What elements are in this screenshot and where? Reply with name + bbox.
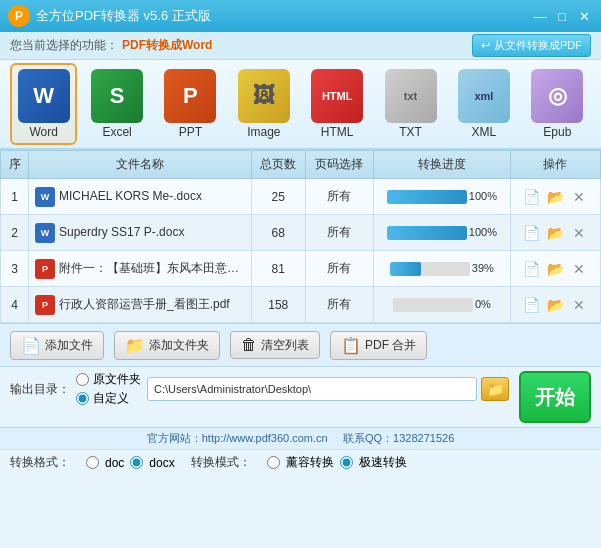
tool-image-label: Image xyxy=(247,125,280,139)
output-radios: 原文件夹 自定义 xyxy=(76,371,141,407)
row-1-delete-row-icon[interactable]: ✕ xyxy=(569,223,589,243)
col-header-2: 总页数 xyxy=(251,151,306,179)
maximize-button[interactable]: □ xyxy=(553,7,571,25)
clear-list-button[interactable]: 🗑清空列表 xyxy=(230,331,320,359)
row-0-filename: WMICHAEL KORS Me-.docx xyxy=(29,179,252,215)
row-1-open-file-icon[interactable]: 📄 xyxy=(521,223,541,243)
convert-arrow-icon: ↩ xyxy=(481,39,490,52)
merge-pdf-button-icon: 📋 xyxy=(341,336,361,355)
add-folder-button-label: 添加文件夹 xyxy=(149,337,209,354)
add-folder-button[interactable]: 📁添加文件夹 xyxy=(114,331,220,360)
row-0-open-folder-icon[interactable]: 📂 xyxy=(545,187,565,207)
window-controls: — □ ✕ xyxy=(531,7,593,25)
table-body: 1WMICHAEL KORS Me-.docx25所有100%📄📂✕2WSupe… xyxy=(1,179,601,323)
row-0-actions: 📄📂✕ xyxy=(510,179,600,215)
row-2-progress: 39% xyxy=(373,251,510,287)
minimize-button[interactable]: — xyxy=(531,7,549,25)
format-doc-label: doc xyxy=(105,456,124,470)
menu-bar: 您当前选择的功能： PDF转换成Word ↩ 从文件转换成PDF xyxy=(0,32,601,60)
clear-list-button-icon: 🗑 xyxy=(241,336,257,354)
tool-image[interactable]: 🖼Image xyxy=(230,63,297,145)
row-1-progress: 100% xyxy=(373,215,510,251)
merge-pdf-button[interactable]: 📋PDF 合并 xyxy=(330,331,427,360)
tool-txt-label: TXT xyxy=(399,125,422,139)
radio-custom-folder[interactable] xyxy=(76,392,89,405)
tool-ppt[interactable]: PPPT xyxy=(157,63,224,145)
title-bar: P 全方位PDF转换器 v5.6 正式版 — □ ✕ xyxy=(0,0,601,32)
add-file-button-icon: 📄 xyxy=(21,336,41,355)
row-3-open-folder-icon[interactable]: 📂 xyxy=(545,295,565,315)
row-2-pages: 81 xyxy=(251,251,306,287)
row-3-pages: 158 xyxy=(251,287,306,323)
row-3-filename: P行政人资部运营手册_看图王.pdf xyxy=(29,287,252,323)
tool-txt-icon: txt xyxy=(385,69,437,123)
row-2-delete-row-icon[interactable]: ✕ xyxy=(569,259,589,279)
clear-list-button-label: 清空列表 xyxy=(261,337,309,354)
tool-xml-label: XML xyxy=(472,125,497,139)
close-button[interactable]: ✕ xyxy=(575,7,593,25)
table-row: 2WSuperdry SS17 P-.docx68所有100%📄📂✕ xyxy=(1,215,601,251)
col-header-3: 页码选择 xyxy=(306,151,374,179)
radio-original-label: 原文件夹 xyxy=(93,371,141,388)
table-row: 4P行政人资部运营手册_看图王.pdf158所有0%📄📂✕ xyxy=(1,287,601,323)
row-3-progress: 0% xyxy=(373,287,510,323)
row-1-page-range: 所有 xyxy=(306,215,374,251)
tool-txt[interactable]: txtTXT xyxy=(377,63,444,145)
radio-mode-compat[interactable] xyxy=(267,456,280,469)
row-3-delete-row-icon[interactable]: ✕ xyxy=(569,295,589,315)
convert-from-file-button[interactable]: ↩ 从文件转换成PDF xyxy=(472,34,591,57)
radio-format-docx[interactable] xyxy=(130,456,143,469)
browse-folder-button[interactable]: 📁 xyxy=(481,377,509,401)
radio-mode-fast[interactable] xyxy=(340,456,353,469)
bottom-toolbar: 📄添加文件📁添加文件夹🗑清空列表📋PDF 合并 xyxy=(0,323,601,367)
output-left: 输出目录： 原文件夹 自定义 📁 xyxy=(10,371,509,423)
row-2-open-file-icon[interactable]: 📄 xyxy=(521,259,541,279)
output-label: 输出目录： xyxy=(10,381,70,398)
file-table-container: 序文件名称总页数页码选择转换进度操作 1WMICHAEL KORS Me-.do… xyxy=(0,150,601,323)
tool-epub[interactable]: ◎Epub xyxy=(524,63,591,145)
add-file-button[interactable]: 📄添加文件 xyxy=(10,331,104,360)
table-header: 序文件名称总页数页码选择转换进度操作 xyxy=(1,151,601,179)
tool-html-label: HTML xyxy=(321,125,354,139)
row-2-open-folder-icon[interactable]: 📂 xyxy=(545,259,565,279)
radio-format-doc[interactable] xyxy=(86,456,99,469)
row-1-filename: WSuperdry SS17 P-.docx xyxy=(29,215,252,251)
tool-xml-icon: xml xyxy=(458,69,510,123)
radio-original-folder[interactable] xyxy=(76,373,89,386)
row-3-actions: 📄📂✕ xyxy=(510,287,600,323)
table-row: 3P附件一：【基础班】东风本田意向-.pd81所有39%📄📂✕ xyxy=(1,251,601,287)
tool-html-icon: HTML xyxy=(311,69,363,123)
row-1-pages: 68 xyxy=(251,215,306,251)
row-2-seq: 3 xyxy=(1,251,29,287)
tool-html[interactable]: HTMLHTML xyxy=(304,63,371,145)
radio-custom-label: 自定义 xyxy=(93,390,129,407)
mode-fast-label: 极速转换 xyxy=(359,454,407,471)
start-button[interactable]: 开始 xyxy=(519,371,591,423)
add-file-button-label: 添加文件 xyxy=(45,337,93,354)
footer-info: 官方网站：http://www.pdf360.com.cn 联系QQ：13282… xyxy=(0,427,601,449)
row-3-open-file-icon[interactable]: 📄 xyxy=(521,295,541,315)
mode-label: 转换模式： xyxy=(191,454,251,471)
row-1-open-folder-icon[interactable]: 📂 xyxy=(545,223,565,243)
row-1-seq: 2 xyxy=(1,215,29,251)
output-start-section: 输出目录： 原文件夹 自定义 📁 开始 xyxy=(0,367,601,427)
output-path-input[interactable] xyxy=(147,377,477,401)
row-2-page-range: 所有 xyxy=(306,251,374,287)
col-header-4: 转换进度 xyxy=(373,151,510,179)
app-title: 全方位PDF转换器 v5.6 正式版 xyxy=(36,7,531,25)
app-logo: P xyxy=(8,5,30,27)
row-3-type-badge: P xyxy=(35,295,55,315)
tool-word[interactable]: WWord xyxy=(10,63,77,145)
menu-link[interactable]: PDF转换成Word xyxy=(122,37,212,54)
row-0-delete-row-icon[interactable]: ✕ xyxy=(569,187,589,207)
row-3-page-range: 所有 xyxy=(306,287,374,323)
table-row: 1WMICHAEL KORS Me-.docx25所有100%📄📂✕ xyxy=(1,179,601,215)
row-1-type-badge: W xyxy=(35,223,55,243)
menu-label: 您当前选择的功能： xyxy=(10,37,118,54)
col-header-1: 文件名称 xyxy=(29,151,252,179)
tool-excel[interactable]: SExcel xyxy=(83,63,150,145)
row-0-open-file-icon[interactable]: 📄 xyxy=(521,187,541,207)
tool-excel-label: Excel xyxy=(102,125,131,139)
tool-xml[interactable]: xmlXML xyxy=(450,63,517,145)
merge-pdf-button-label: PDF 合并 xyxy=(365,337,416,354)
